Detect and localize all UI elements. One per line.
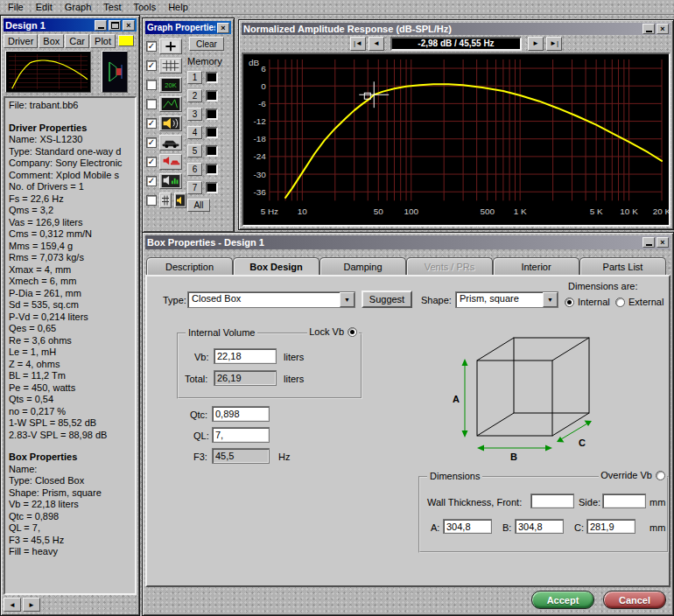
accept-button[interactable]: Accept	[531, 591, 594, 609]
qtc-input[interactable]	[212, 406, 270, 422]
memory-2-button[interactable]: 2	[187, 89, 202, 102]
speaker-response-checkbox[interactable]	[146, 118, 157, 129]
misc-toggle-row	[146, 191, 186, 210]
design-thumbnails	[4, 49, 137, 94]
graph-window-titlebar[interactable]: Normalized Amplitude Response (dB-SPL/Hz…	[242, 23, 670, 35]
plot-area[interactable]: 60-6-12-18-24-30-36dB5 Hz10501005001 K5 …	[242, 52, 670, 227]
external-radio[interactable]: External	[615, 297, 663, 307]
speaker-waves-icon[interactable]	[159, 116, 182, 131]
dim-c-input[interactable]	[586, 519, 635, 534]
last-point-button[interactable]: ►|	[546, 37, 562, 51]
menu-file[interactable]: File	[2, 1, 30, 13]
cancel-button[interactable]: Cancel	[603, 591, 666, 609]
close-icon[interactable]: ×	[217, 23, 229, 33]
waterfall-checkbox[interactable]	[146, 99, 157, 109]
car-response-checkbox[interactable]	[146, 137, 157, 148]
grid-checkbox[interactable]	[146, 60, 157, 71]
memory-row: 6	[187, 160, 218, 178]
close-icon[interactable]: ×	[123, 20, 135, 31]
waterfall-toggle-row	[146, 94, 186, 114]
next-point-button[interactable]: ►	[528, 37, 544, 51]
prev-point-button[interactable]: ◄	[369, 37, 384, 51]
clear-button[interactable]: Clear	[189, 37, 224, 51]
frequency-range-checkbox[interactable]	[146, 80, 157, 90]
minimize-button[interactable]	[642, 24, 655, 34]
car-icon[interactable]	[159, 135, 182, 150]
close-icon[interactable]: ×	[656, 237, 669, 248]
car-speaker-response-checkbox[interactable]	[146, 157, 157, 167]
close-icon[interactable]: ×	[656, 24, 669, 34]
graph-properties-window: Graph Properties × 20K Clear Memory 1234…	[142, 18, 235, 233]
suggest-button[interactable]: Suggest	[362, 290, 412, 308]
box-property-line: Shape: Prism, square	[9, 487, 131, 500]
maximize-button[interactable]	[109, 20, 121, 31]
dim-b-input[interactable]	[515, 519, 564, 534]
graph-window-title: Normalized Amplitude Response (dB-SPL/Hz…	[243, 24, 641, 34]
memory-4-button[interactable]: 4	[187, 126, 202, 139]
override-vb-radio[interactable]: Override Vb	[599, 470, 667, 480]
tab-box-design[interactable]: Box Design	[233, 257, 319, 275]
box-shape-select[interactable]: Prism, square ▼	[455, 291, 558, 308]
box-type-select[interactable]: Closed Box ▼	[187, 291, 355, 308]
menu-edit[interactable]: Edit	[30, 1, 59, 13]
toolbar-plot-button[interactable]: Plot	[90, 34, 116, 48]
minimize-icon	[646, 31, 652, 32]
eq-speaker-icon[interactable]	[159, 173, 182, 189]
next-design-button[interactable]: ►	[23, 598, 40, 612]
tab-parts-list[interactable]: Parts List	[579, 257, 666, 275]
menu-tools[interactable]: Tools	[127, 1, 162, 13]
toolbar-car-button[interactable]: Car	[65, 34, 89, 48]
svg-text:500: 500	[480, 206, 495, 216]
svg-text:0: 0	[261, 81, 266, 91]
menu-help[interactable]: Help	[162, 1, 194, 13]
grid-icon[interactable]	[159, 58, 182, 74]
graph-properties-titlebar[interactable]: Graph Properties ×	[145, 21, 231, 34]
tab-description[interactable]: Description	[146, 257, 233, 275]
memory-7-button[interactable]: 7	[187, 181, 202, 194]
wall-side-input[interactable]	[602, 494, 646, 508]
ql-input[interactable]	[212, 427, 270, 443]
dropdown-arrow-icon[interactable]: ▼	[340, 292, 355, 307]
plot-color-swatch[interactable]	[118, 35, 134, 46]
driver-property-line: Type: Standard one-way d	[9, 146, 131, 158]
driver-thumbnail-button[interactable]	[102, 51, 128, 93]
graph-thumbnail-button[interactable]	[5, 51, 91, 93]
menu-test[interactable]: Test	[97, 1, 127, 13]
qtc-label: Qtc:	[190, 410, 207, 420]
minimize-button[interactable]	[642, 237, 655, 248]
crosshair-checkbox[interactable]	[146, 41, 157, 52]
memory-3-button[interactable]: 3	[187, 108, 202, 121]
wall-front-input[interactable]	[530, 494, 574, 508]
memory-row: 1	[187, 68, 218, 87]
frequency-range-icon[interactable]: 20K	[159, 77, 182, 93]
design-window-titlebar[interactable]: Design 1 ×	[4, 18, 137, 32]
response-plot: 60-6-12-18-24-30-36dB5 Hz10501005001 K5 …	[243, 54, 669, 225]
vb-input[interactable]	[214, 348, 277, 364]
lock-vb-radio[interactable]: Lock Vb	[307, 326, 359, 337]
eq-response-checkbox[interactable]	[146, 176, 157, 186]
properties-panel: File: trabant.bb6Driver PropertiesName: …	[4, 96, 137, 595]
driver-property-line: Sd = 535, sq.cm	[9, 299, 131, 312]
mini-grid-icon[interactable]	[159, 192, 172, 208]
tab-damping[interactable]: Damping	[319, 257, 406, 275]
first-point-button[interactable]: |◄	[350, 37, 366, 51]
misc-checkbox[interactable]	[146, 195, 157, 206]
box-dialog-titlebar[interactable]: Box Properties - Design 1 ×	[145, 235, 670, 249]
plus-icon[interactable]	[159, 38, 182, 54]
dim-a-input[interactable]	[443, 519, 492, 534]
memory-5-button[interactable]: 5	[187, 144, 202, 158]
car-speaker-icon[interactable]	[159, 154, 182, 170]
tab-interior[interactable]: Interior	[493, 257, 579, 275]
minimize-button[interactable]	[95, 20, 107, 31]
driver-property-line: Company: Sony Electronic	[9, 158, 131, 170]
memory-1-button[interactable]: 1	[187, 71, 202, 84]
memory-6-button[interactable]: 6	[187, 163, 202, 176]
prev-design-button[interactable]: ◄	[4, 598, 21, 612]
toolbar-box-button[interactable]: Box	[39, 34, 64, 48]
memory-all-button[interactable]: All	[187, 199, 210, 212]
internal-radio[interactable]: Internal	[565, 297, 610, 307]
toolbar-driver-button[interactable]: Driver	[4, 34, 38, 48]
menu-graph[interactable]: Graph	[59, 1, 98, 13]
dropdown-arrow-icon[interactable]: ▼	[543, 292, 558, 307]
waterfall-icon[interactable]	[159, 96, 182, 112]
